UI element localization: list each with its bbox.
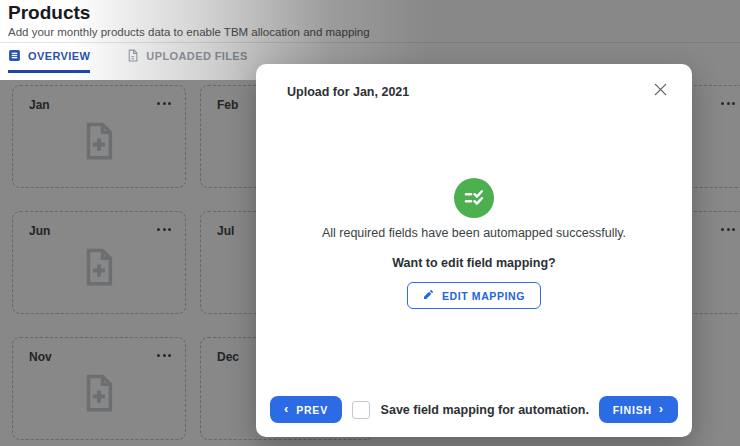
save-mapping-label: Save field mapping for automation.: [381, 403, 589, 417]
modal-title: Upload for Jan, 2021: [287, 85, 409, 99]
modal-footer: ‹ PREV Save field mapping for automation…: [270, 396, 678, 423]
page-title: Products: [8, 2, 90, 24]
chevron-right-icon: ›: [659, 402, 664, 415]
close-icon[interactable]: [650, 79, 670, 99]
tab-uploaded-files[interactable]: UPLOADED FILES: [126, 49, 248, 73]
products-page: Products Add your monthly products data …: [0, 0, 740, 446]
page-subtitle: Add your monthly products data to enable…: [8, 26, 370, 38]
tab-uploaded-files-label: UPLOADED FILES: [146, 50, 248, 62]
checklist-success-icon: [454, 178, 494, 218]
tab-overview-label: OVERVIEW: [28, 50, 90, 62]
prev-label: PREV: [296, 404, 328, 416]
pencil-icon: [423, 289, 434, 302]
page-header: Products Add your monthly products data …: [0, 0, 740, 43]
upload-modal: Upload for Jan, 2021 All required fields…: [256, 64, 692, 437]
edit-mapping-question: Want to edit field mapping?: [256, 256, 692, 270]
edit-mapping-button[interactable]: EDIT MAPPING: [407, 282, 541, 309]
finish-label: FINISH: [613, 404, 652, 416]
chevron-left-icon: ‹: [284, 402, 289, 415]
edit-mapping-label: EDIT MAPPING: [442, 290, 525, 302]
tab-bar: OVERVIEW UPLOADED FILES: [8, 49, 248, 73]
uploaded-file-icon: [126, 49, 139, 62]
save-mapping-group: Save field mapping for automation.: [352, 401, 589, 419]
finish-button[interactable]: FINISH ›: [599, 396, 678, 423]
tab-overview[interactable]: OVERVIEW: [8, 49, 90, 73]
save-mapping-checkbox[interactable]: [352, 401, 370, 419]
prev-button[interactable]: ‹ PREV: [270, 396, 342, 423]
status-message: All required fields have been automapped…: [256, 226, 692, 240]
overview-list-icon: [8, 49, 21, 62]
